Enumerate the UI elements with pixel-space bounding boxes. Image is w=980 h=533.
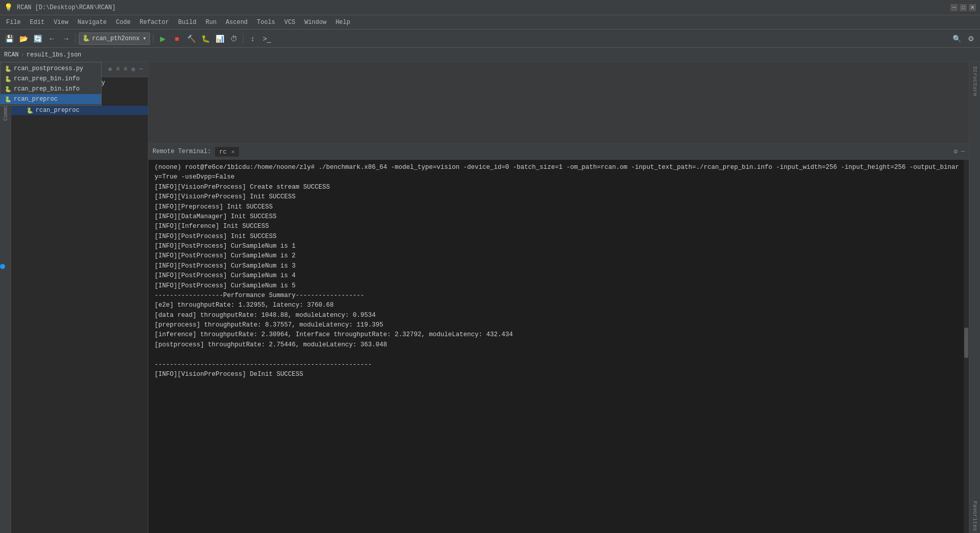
title-bar-controls: ─ □ ✕ (951, 4, 976, 11)
project-panel: 📁 Project ▾ ⊕ ≡ ≡ ⚙ — 🐍 rcan_postprocess… (11, 62, 148, 533)
popup-item-1[interactable]: 🐍 rcan_postprocess.py (1, 64, 101, 74)
menu-item-refactor[interactable]: Refactor (136, 17, 173, 27)
toolbar-separator-1 (75, 34, 76, 44)
menu-item-view[interactable]: View (50, 17, 73, 27)
terminal-tab-text: rc (219, 149, 226, 156)
terminal-line-inference: [inference] throughputRate: 2.30964, Int… (155, 330, 963, 340)
terminal-body: (noone) root@fe6ce/1b1cdu:/home/noone/zl… (148, 160, 969, 533)
debug-button[interactable]: 🐛 (199, 33, 211, 45)
stop-button[interactable]: ■ (171, 33, 183, 45)
toolbar-separator-2 (153, 34, 154, 44)
terminal-line-preprocess: [preprocess] throughputRate: 8.37557, mo… (155, 320, 963, 330)
menu-item-code[interactable]: Code (112, 17, 135, 27)
popup-file-name: rcan_prep_bin.info (14, 75, 80, 82)
popup-item-2[interactable]: 🐍 rcan_prep_bin.info (1, 74, 101, 84)
menu-item-file[interactable]: File (2, 17, 25, 27)
close-panel-icon[interactable]: — (138, 65, 144, 74)
python-icon: 🐍 (5, 96, 12, 103)
popup-item-3[interactable]: 🐍 rcan_prep_bin.info (1, 84, 101, 94)
menu-item-edit[interactable]: Edit (26, 17, 49, 27)
open-button[interactable]: 📂 (17, 33, 29, 45)
terminal-line-10: [INFO][PostProcess] CurSampleNum is 4 (155, 271, 963, 281)
menu-item-help[interactable]: Help (331, 17, 354, 27)
breadcrumb-bar: RCAN › result_1bs.json (0, 48, 980, 62)
close-button[interactable]: ✕ (969, 4, 976, 11)
menu-item-tools[interactable]: Tools (253, 17, 279, 27)
terminal-line-7: [INFO][PostProcess] CurSampleNum is 1 (155, 242, 963, 251)
breadcrumb-file[interactable]: result_1bs.json (26, 51, 81, 58)
structure-panel: Structure Favorites (969, 62, 980, 533)
terminal-button[interactable]: >_ (261, 33, 273, 45)
run-icon: 🐍 (82, 35, 90, 42)
terminal-line-deinit: [INFO][VisionPreProcess] DeInit SUCCESS (155, 370, 963, 379)
breadcrumb-root[interactable]: RCAN (4, 51, 19, 58)
toolbar-search: 🔍 ⚙ (951, 33, 977, 45)
terminal-scrollbar-thumb[interactable] (964, 328, 968, 358)
run-config-dropdown[interactable]: 🐍 rcan_pth2onnx ▾ (79, 33, 150, 45)
terminal-line-9: [INFO][PostProcess] CurSampleNum is 3 (155, 261, 963, 271)
left-side-tabs: Project Commit (0, 62, 11, 533)
filter-icon[interactable]: ≡ (122, 65, 128, 74)
terminal-line-8: [INFO][PostProcess] CurSampleNum is 2 (155, 251, 963, 261)
sync-button[interactable]: 🔄 (32, 33, 44, 45)
terminal-close-icon[interactable]: ✕ (231, 149, 235, 156)
terminal-line-divider2: ----------------------------------------… (155, 360, 963, 370)
terminal-line-3: [INFO][Preprocess] Init SUCCESS (155, 202, 963, 212)
settings-icon[interactable]: ⚙ (131, 65, 136, 74)
title-bar-title: RCAN [D:\Desktop\RCAN\RCAN] (17, 4, 115, 11)
menu-item-ascend[interactable]: Ascend (222, 17, 252, 27)
terminal-line-6: [INFO][PostProcess] Init SUCCESS (155, 232, 963, 242)
python-icon: 🐍 (5, 86, 12, 93)
terminal-line-cmd: (noone) root@fe6ce/1b1cdu:/home/noone/zl… (155, 163, 963, 183)
coverage-button[interactable]: 📊 (213, 33, 226, 45)
main-layout: Project Commit 📁 Project ▾ ⊕ ≡ ≡ ⚙ — 🐍 r… (0, 62, 980, 533)
terminal-line-divider: ------------------Performance Summary---… (155, 291, 963, 301)
indicator-dot (0, 264, 5, 269)
file-item-preproc[interactable]: 🐍 rcan_preproc (11, 106, 148, 115)
popup-file-name: rcan_prep_bin.info (14, 85, 80, 93)
terminal-section: Remote Terminal: rc ✕ ⚙ — (noone) root@f… (148, 143, 969, 533)
menu-item-window[interactable]: Window (300, 17, 330, 27)
popup-file-name: rcan_preproc (14, 96, 57, 103)
minimize-button[interactable]: ─ (951, 4, 958, 11)
menu-item-navigate[interactable]: Navigate (73, 17, 111, 27)
terminal-tab[interactable]: rc ✕ (215, 147, 239, 157)
terminal-title-label: Remote Terminal: (152, 148, 211, 155)
locate-icon[interactable]: ⊕ (107, 65, 113, 74)
sidebar-item-structure[interactable]: Structure (972, 64, 978, 98)
menu-item-build[interactable]: Build (174, 17, 200, 27)
terminal-line-11: [INFO][PostProcess] CurSampleNum is 5 (155, 281, 963, 291)
profile-button[interactable]: ⏱ (228, 33, 240, 45)
sidebar-item-favorites[interactable]: Favorites (972, 499, 978, 533)
app-icon: 💡 (4, 3, 13, 12)
save-all-button[interactable]: 💾 (3, 33, 15, 45)
terminal-line-postprocess: [postprocess] throughputRate: 2.75446, m… (155, 340, 963, 350)
file-popup: 🐍 rcan_postprocess.py 🐍 rcan_prep_bin.in… (0, 62, 102, 106)
terminal-scrollbar[interactable] (964, 160, 969, 533)
run-config-label: rcan_pth2onnx (92, 35, 140, 42)
terminal-header-icons: ⚙ — (954, 147, 965, 156)
forward-button[interactable]: → (60, 33, 72, 45)
terminal-line-1: [INFO][VisionPreProcess] Create stream S… (155, 183, 963, 192)
menu-bar: FileEditViewNavigateCodeRefactorBuildRun… (0, 15, 980, 29)
vcs-button[interactable]: ↕ (247, 33, 259, 45)
run-button[interactable]: ▶ (157, 33, 169, 45)
terminal-minimize-icon[interactable]: — (961, 147, 965, 156)
terminal-line-4: [INFO][DataManager] Init SUCCESS (155, 212, 963, 222)
settings-icon[interactable]: ⚙ (965, 33, 977, 45)
right-section: Remote Terminal: rc ✕ ⚙ — (noone) root@f… (148, 62, 969, 533)
collapse-icon[interactable]: ≡ (115, 65, 120, 74)
terminal-header: Remote Terminal: rc ✕ ⚙ — (148, 143, 969, 160)
search-icon[interactable]: 🔍 (951, 33, 963, 45)
maximize-button[interactable]: □ (960, 4, 967, 11)
file-name: rcan_preproc (36, 107, 79, 114)
python-file-icon: 🐍 (26, 107, 34, 114)
popup-item-4[interactable]: 🐍 rcan_preproc (1, 94, 101, 104)
back-button[interactable]: ← (46, 33, 58, 45)
build-button[interactable]: 🔨 (185, 33, 197, 45)
terminal-settings-icon[interactable]: ⚙ (954, 147, 958, 156)
editor-area (148, 62, 969, 143)
menu-item-vcs[interactable]: VCS (280, 17, 299, 27)
popup-file-name: rcan_postprocess.py (14, 65, 83, 72)
menu-item-run[interactable]: Run (201, 17, 221, 27)
